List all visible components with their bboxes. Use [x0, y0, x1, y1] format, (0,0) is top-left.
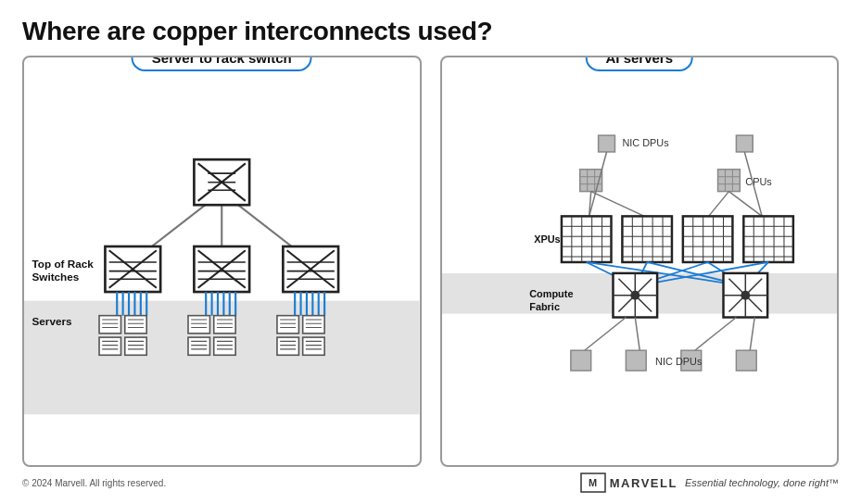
svg-rect-127 — [622, 216, 672, 262]
svg-rect-86 — [277, 337, 298, 355]
svg-rect-74 — [214, 337, 235, 355]
svg-rect-78 — [277, 316, 298, 334]
svg-rect-145 — [743, 216, 793, 262]
svg-point-173 — [741, 291, 750, 300]
svg-text:Top of Rack: Top of Rack — [32, 258, 95, 270]
svg-rect-98 — [598, 135, 614, 152]
right-diagram-inner: NIC DPUs CPUs — [442, 57, 838, 465]
svg-text:M: M — [589, 477, 598, 488]
svg-rect-179 — [626, 350, 646, 371]
copyright: © 2024 Marvell. All rights reserved. — [22, 478, 166, 488]
svg-rect-106 — [717, 170, 740, 192]
svg-line-116 — [708, 192, 728, 217]
svg-text:Switches: Switches — [32, 271, 80, 283]
right-diagram-svg: NIC DPUs CPUs — [442, 57, 838, 465]
svg-line-174 — [584, 318, 626, 351]
svg-rect-46 — [99, 316, 120, 334]
left-diagram-svg: Top of Rack Switches Servers — [24, 57, 420, 465]
svg-rect-181 — [736, 350, 756, 371]
svg-rect-58 — [125, 337, 146, 355]
svg-rect-82 — [303, 316, 324, 334]
svg-text:NIC DPUs: NIC DPUs — [622, 137, 669, 148]
marvell-logo: M MARVELL — [580, 472, 677, 493]
svg-rect-70 — [188, 337, 209, 355]
svg-text:Servers: Servers — [32, 315, 72, 327]
svg-line-117 — [728, 192, 762, 217]
svg-rect-99 — [736, 135, 753, 152]
svg-rect-62 — [188, 316, 209, 334]
svg-line-176 — [694, 318, 736, 351]
svg-text:XPUs: XPUs — [534, 233, 561, 245]
left-diagram-label: Server to rack switch — [132, 56, 312, 71]
footer-right: M MARVELL Essential technology, done rig… — [580, 472, 839, 493]
svg-rect-90 — [303, 337, 324, 355]
right-diagram-label: AI servers — [585, 56, 693, 71]
svg-rect-54 — [99, 337, 120, 355]
svg-text:Compute: Compute — [529, 288, 573, 299]
marvell-text: MARVELL — [610, 476, 677, 490]
svg-rect-66 — [214, 316, 235, 334]
footer: © 2024 Marvell. All rights reserved. M M… — [22, 467, 839, 493]
svg-line-115 — [590, 192, 644, 217]
svg-point-167 — [630, 291, 639, 300]
svg-line-175 — [635, 318, 639, 351]
svg-rect-50 — [125, 316, 146, 334]
svg-text:Fabric: Fabric — [529, 301, 560, 312]
main-title: Where are copper interconnects used? — [22, 17, 839, 46]
tagline: Essential technology, done right™ — [685, 477, 839, 488]
page-container: Where are copper interconnects used? Ser… — [0, 0, 861, 504]
diagrams-row: Server to rack switch — [22, 56, 839, 467]
svg-line-177 — [750, 318, 754, 351]
svg-text:CPUs: CPUs — [745, 176, 772, 187]
svg-rect-136 — [682, 216, 732, 262]
left-diagram: Server to rack switch — [22, 56, 422, 467]
right-diagram: AI servers NIC DPUs — [440, 56, 840, 467]
marvell-logo-icon: M — [580, 472, 606, 493]
svg-text:NIC DPUs: NIC DPUs — [655, 356, 703, 367]
svg-rect-178 — [570, 350, 590, 371]
svg-rect-118 — [561, 216, 611, 262]
left-diagram-inner: Top of Rack Switches Servers — [24, 57, 420, 465]
